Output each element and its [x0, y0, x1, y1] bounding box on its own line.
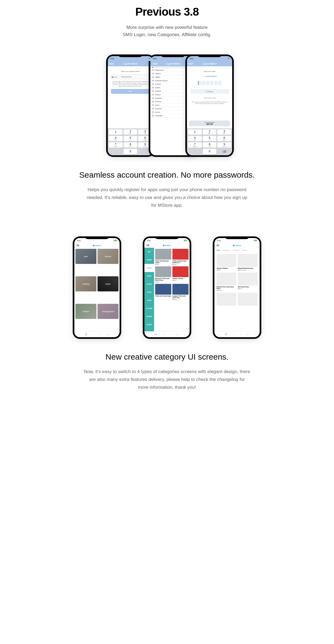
keypad-key-2[interactable]: 2ABC — [203, 129, 217, 135]
tab-icon[interactable]: ◯ — [246, 333, 249, 336]
sidebar-tab[interactable]: T-SHIRTS — [144, 264, 154, 272]
product-card[interactable] — [217, 293, 236, 306]
category-tile[interactable]: Uncategorized — [98, 304, 119, 319]
category-tile[interactable]: Music — [98, 276, 119, 291]
product-card[interactable]: Tapestry Shopper$50.00 — [217, 254, 236, 271]
tab-icon[interactable]: ⌂ — [78, 333, 80, 336]
sidebar-tab[interactable]: CLOTHING — [144, 304, 154, 312]
sidebar-tab[interactable]: MEN — [144, 248, 154, 256]
keypad-key-0[interactable]: 0 — [124, 149, 137, 154]
menu-icon[interactable] — [76, 244, 79, 246]
product-card[interactable]: Elephant Print Cami Swing Dress$100.00 — [217, 273, 236, 291]
sidebar-tab[interactable]: JACKETS — [144, 321, 154, 329]
menu-icon[interactable] — [217, 244, 219, 246]
code-input[interactable] — [189, 81, 230, 85]
phone-display[interactable]: ✎ +84989908854 — [189, 75, 230, 78]
phone-grid-categories: 9:41 mstore MenWomenClothingMusicPosters… — [73, 236, 121, 339]
section-body: Now, it's easy to switch to 4 types of c… — [84, 368, 250, 391]
back-button[interactable]: ‹ Back — [152, 63, 158, 65]
pill-tab[interactable]: Men — [217, 249, 220, 251]
phone-code-entry: 9:41✈ Back Log Into MStore Enter your co… — [185, 54, 234, 157]
hero-title: Previous 3.8 — [16, 5, 318, 18]
category-grid: MenWomenClothingMusicPostersUncategorize… — [74, 248, 120, 331]
tab-icon[interactable]: ⊞ — [225, 333, 228, 336]
category-tile[interactable]: Posters — [75, 304, 96, 319]
next-button[interactable]: Next — [111, 89, 150, 94]
product-card[interactable] — [238, 293, 258, 306]
tab-icon[interactable]: ☆ — [254, 333, 256, 336]
no-code-link[interactable]: I didn't get a code — [189, 97, 230, 99]
product-card[interactable]: T-Shirt with Next Stop Nowhere Pr…$27.00 — [172, 249, 189, 265]
sidebar-tab[interactable]: JEANS — [144, 288, 154, 296]
tab-icon[interactable]: ⊞ — [155, 333, 158, 336]
menu-icon[interactable] — [147, 244, 149, 246]
keypad-key-5[interactable]: 5JKL — [124, 136, 137, 141]
tab-bar: ⌂⊞⌕☆◯☆ — [74, 331, 120, 337]
nav-title: Log Into MStore — [123, 63, 137, 65]
continue-button[interactable]: Continue — [190, 89, 229, 94]
sidebar-tab[interactable]: WOMEN — [144, 256, 154, 264]
back-button[interactable]: Back — [189, 63, 193, 65]
tab-icon[interactable]: ◯ — [176, 333, 179, 336]
product-card[interactable]: Hoodie in Jersey$35.00 — [172, 266, 189, 283]
category-tile[interactable]: Men — [75, 249, 96, 264]
sidebar-tab[interactable]: DRESSES — [144, 312, 154, 321]
tab-icon[interactable]: ⌂ — [148, 333, 150, 336]
product-card[interactable]: T-Shirt with Mountain Jacket…$35.00 — [155, 249, 171, 265]
product-card[interactable]: Muscle Fit T-Shirt with Block Stripe…$24… — [155, 266, 171, 283]
keypad-key-9[interactable]: 9WXYZ — [217, 142, 231, 148]
tab-icon[interactable]: ⌕ — [232, 333, 235, 336]
pill-tab[interactable]: Shirts — [242, 249, 248, 251]
keypad-key-5[interactable]: 5JKL — [203, 136, 217, 141]
keypad-key-8[interactable]: 8TUV — [124, 142, 137, 148]
tab-icon[interactable]: ☆ — [239, 333, 242, 336]
app-bar: mstore — [144, 243, 190, 248]
nav-title: Log Into MStore — [166, 63, 180, 65]
logo: mstore — [93, 244, 101, 246]
login-phones-row: 9:41✈ Back Log Into MStore Enter your mo… — [0, 54, 334, 157]
phone-mobile-entry: 9:41✈ Back Log Into MStore Enter your mo… — [106, 54, 155, 157]
pill-tab[interactable]: Women — [223, 249, 230, 251]
tab-icon[interactable]: ☆ — [184, 333, 186, 336]
category-section: New creative category UI screens. Now, i… — [0, 352, 334, 391]
keypad-key-7[interactable]: 7PQRS — [188, 142, 202, 148]
category-pill-tabs: MenWomenT-ShirtsShirts — [214, 248, 260, 253]
sidebar-tab[interactable]: JACKETS — [144, 280, 154, 288]
product-card[interactable]: T-Shirt with Varied Stripe — [155, 284, 171, 300]
section-title: New creative category UI screens. — [16, 352, 318, 361]
tab-icon[interactable]: ⌕ — [92, 333, 95, 336]
logo: mstore — [163, 244, 171, 246]
phone-input[interactable]: 7979797979 — [119, 74, 150, 79]
category-tile[interactable]: Women — [98, 249, 119, 264]
product-card[interactable]: Red Check Dress$35.00 — [238, 273, 258, 291]
hero-section: Previous 3.8 More surprise with new powe… — [0, 5, 334, 38]
tab-icon[interactable]: ☆ — [114, 333, 116, 336]
keypad-key-3[interactable]: 3DEF — [217, 129, 231, 135]
keypad-key-7[interactable]: 7PQRS — [109, 142, 123, 148]
tab-icon[interactable]: ☆ — [99, 333, 102, 336]
sms-autofill-pill[interactable]: From Messages 387710 — [189, 120, 230, 126]
keypad-key-8[interactable]: 8TUV — [203, 142, 217, 148]
keypad-delete[interactable]: ⌫ — [217, 149, 231, 154]
product-card[interactable]: Ripped Boyfriend Jeans$30.00$40.00 — [238, 254, 258, 271]
keypad-key-1[interactable]: 1 — [188, 129, 202, 135]
keypad-key-4[interactable]: 4GHI — [188, 136, 202, 141]
keypad-key-0[interactable]: 0 — [203, 149, 217, 154]
tab-icon[interactable]: ⌕ — [162, 333, 165, 336]
pill-tab[interactable]: T-Shirts — [232, 249, 239, 251]
country-code-select[interactable]: 🇺🇸 +1 ▾ — [111, 74, 118, 79]
product-card[interactable]: Longline T-Shirt with Aztec Yoke…$19.00 — [172, 284, 189, 300]
keypad-key-1[interactable]: 1 — [109, 129, 123, 135]
sidebar-tab[interactable]: JEANS — [144, 296, 154, 304]
keypad-key-6[interactable]: 6MNO — [217, 136, 231, 141]
back-button[interactable]: Back — [109, 63, 114, 65]
keypad-key-2[interactable]: 2ABC — [124, 129, 137, 135]
sidebar-tab[interactable]: SHIRTS — [144, 272, 154, 280]
keypad-key-4[interactable]: 4GHI — [109, 136, 123, 141]
tab-icon[interactable]: ⊞ — [85, 333, 88, 336]
tab-icon[interactable]: ☆ — [169, 333, 172, 336]
category-tile[interactable]: Clothing — [75, 276, 96, 291]
tab-icon[interactable]: ◯ — [106, 333, 109, 336]
tab-icon[interactable]: ⌂ — [218, 333, 220, 336]
logo: mstore — [233, 244, 241, 246]
